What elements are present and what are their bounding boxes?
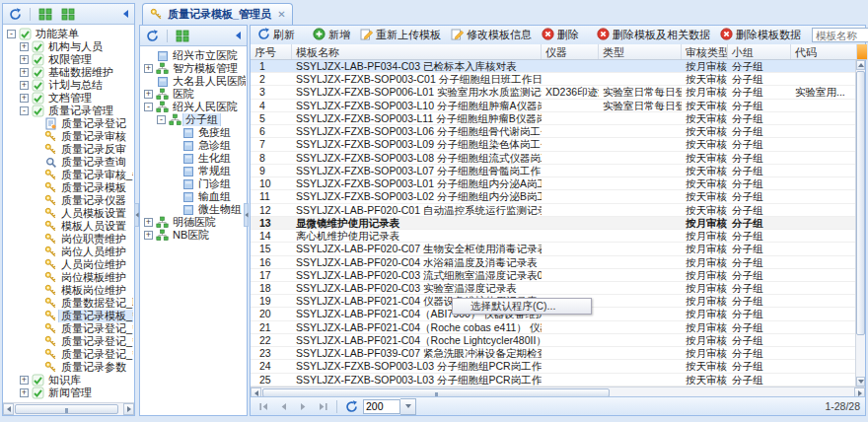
- grid-view-icon[interactable]: [173, 29, 192, 43]
- page-size-input[interactable]: [363, 399, 400, 414]
- table-row[interactable]: 16SSYLJZX-LAB-PF020-C04 水浴箱温度及消毒记录表按月审核分…: [251, 256, 857, 269]
- tree-item-知识库[interactable]: +知识库: [4, 374, 133, 387]
- tree-item-智方模板管理[interactable]: +智方模板管理: [141, 62, 246, 75]
- expand-toggle-icon[interactable]: +: [20, 94, 29, 103]
- collapse-toggle-icon[interactable]: -: [144, 103, 153, 111]
- table-row[interactable]: 25SSYLJZX-FZXB-SOP003-L03 分子细胞组PCR岗工作日志（…: [251, 374, 857, 387]
- scroll-up-icon[interactable]: [856, 60, 865, 70]
- tree-item-新闻管理[interactable]: +新闻管理: [4, 387, 133, 399]
- delete-template-data-button[interactable]: 删除模板数据: [717, 27, 804, 43]
- tree-item-人员岗位维护[interactable]: 人员岗位维护: [4, 258, 133, 271]
- tree-item-质量记录参数[interactable]: 质量记录参数: [4, 361, 133, 374]
- combo-dropdown-icon[interactable]: [400, 398, 416, 415]
- tree-item-输血组[interactable]: 输血组: [141, 190, 246, 203]
- tree-item-免疫组[interactable]: 免疫组: [141, 126, 246, 139]
- tree-item-医院[interactable]: +医院: [141, 88, 246, 101]
- refresh-icon[interactable]: [143, 29, 162, 43]
- table-row[interactable]: 9SSYLJZX-FZXB-SOP003-L07 分子细胞组骨髓岗工作日志按天审…: [251, 165, 857, 177]
- tree-item-分子组[interactable]: -分子组: [141, 113, 246, 126]
- column-header-序号[interactable]: 序号: [251, 44, 292, 59]
- column-header-代码[interactable]: 代码: [791, 44, 857, 59]
- grid-view-icon[interactable]: [58, 7, 78, 22]
- scroll-thumb[interactable]: [856, 71, 865, 335]
- refresh-icon[interactable]: [6, 7, 25, 22]
- table-row[interactable]: 21SSYLJZX-LAB-PF021-C04（Roche cobas e411…: [251, 321, 857, 334]
- tree-item-岗位职责维护[interactable]: 岗位职责维护: [4, 233, 133, 246]
- tree-item-生化组[interactable]: 生化组: [141, 152, 246, 165]
- column-header-类型[interactable]: 类型: [599, 44, 682, 59]
- last-page-icon[interactable]: [315, 399, 330, 413]
- grid-vscrollbar[interactable]: [855, 60, 865, 387]
- table-row[interactable]: 13显微镜维护使用记录表按月审核分子组: [251, 217, 857, 230]
- column-header-模板名称[interactable]: 模板名称: [292, 44, 542, 59]
- tree-item-绍兴市立医院[interactable]: 绍兴市立医院: [141, 49, 246, 62]
- tree-item-质量记录登记[interactable]: 质量记录登记: [4, 117, 133, 130]
- expand-toggle-icon[interactable]: +: [144, 231, 153, 240]
- expand-toggle-icon[interactable]: +: [144, 64, 153, 73]
- table-row[interactable]: 15SSYLJZX-LAB-PF020-C07 生物安全柜使用消毒记录表按月审核…: [251, 243, 857, 255]
- tree-item-质量记录模板_管理员[interactable]: 质量记录模板_管理员: [4, 310, 133, 322]
- refresh-icon[interactable]: [343, 399, 359, 413]
- table-row[interactable]: 3SSYLJZX-FZXB-SOP006-L01 实验室用水水质监测记录XD23…: [251, 86, 857, 99]
- column-header-小组[interactable]: 小组: [728, 44, 791, 59]
- table-row[interactable]: 14离心机维护使用记录表按月审核分子组: [251, 230, 857, 243]
- scroll-right-icon[interactable]: [123, 403, 134, 415]
- tree-item-基础数据维护[interactable]: +基础数据维护: [4, 66, 133, 79]
- first-page-icon[interactable]: [255, 399, 271, 413]
- tree-item-质量记录登记_管理员_职[interactable]: 质量记录登记_管理员_职: [4, 335, 133, 348]
- table-row[interactable]: 2SSYLJZX-FZXB-SOP003-C01 分子细胞组日班工作日志按天审核…: [251, 73, 857, 86]
- table-row[interactable]: 23SSYLJZX-LAB-PF039-C07 紧急洗眼冲淋设备定期检查记录表按…: [251, 347, 857, 360]
- tree-item-门诊组[interactable]: 门诊组: [141, 177, 246, 190]
- expand-toggle-icon[interactable]: +: [20, 376, 29, 385]
- menu-hscrollbar[interactable]: [3, 402, 134, 415]
- tree-item-常规组[interactable]: 常规组: [141, 165, 246, 177]
- tree-item-文档管理[interactable]: +文档管理: [4, 92, 133, 105]
- scroll-left-icon[interactable]: [3, 403, 14, 415]
- expand-toggle-icon[interactable]: +: [20, 388, 29, 397]
- table-row[interactable]: 10SSYLJZX-FZXB-SOP003-L01 分子细胞组内分泌A岗工作日志…: [251, 177, 857, 190]
- tree-item-质量记录模板[interactable]: 质量记录模板: [4, 181, 133, 194]
- tree-item-质量记录仪器[interactable]: 质量记录仪器: [4, 194, 133, 207]
- refresh-button[interactable]: 刷新: [254, 27, 298, 43]
- splitter-collapse-handle[interactable]: [134, 203, 139, 227]
- table-row[interactable]: 8SSYLJZX-FZXB-SOP003-L08 分子细胞组流式仪器岗工作日志按…: [251, 152, 857, 165]
- tree-item-质量记录查询[interactable]: 质量记录查询: [4, 156, 133, 169]
- table-row[interactable]: 18SSYLJZX-LAB-PF020-C03 实验室温湿度记录表按月审核分子组: [251, 282, 857, 295]
- expand-toggle-icon[interactable]: +: [20, 55, 29, 64]
- table-row[interactable]: 12SSYLJZX-LAB-PF020-C01 自动温控系统运行监测记录表按天审…: [251, 204, 857, 217]
- reupload-template-button[interactable]: 重新上传模板: [357, 27, 444, 43]
- grid-view-icon[interactable]: [36, 7, 55, 22]
- table-row[interactable]: 7SSYLJZX-FZXB-SOP003-L09 分子细胞组染色体岗工作日志按天…: [251, 138, 857, 151]
- next-page-icon[interactable]: [295, 399, 311, 413]
- context-menu-item[interactable]: 选择默认程序(C)...: [452, 298, 592, 315]
- splitter-collapse-handle[interactable]: [244, 203, 249, 227]
- tree-item-绍兴人民医院[interactable]: -绍兴人民医院: [141, 101, 246, 113]
- table-row[interactable]: 6SSYLJZX-FZXB-SOP003-L06 分子细胞组骨代谢岗工作日志按天…: [251, 125, 857, 138]
- delete-button[interactable]: 删除: [539, 27, 582, 43]
- tree-item-功能菜单[interactable]: -功能菜单: [4, 28, 133, 40]
- tab-quality-record-template-admin[interactable]: 质量记录模板_管理员 ✕: [142, 3, 293, 25]
- table-row[interactable]: 4SSYLJZX-FZXB-SOP003-L10 分子细胞组肿瘤A仪器岗日志实验…: [251, 100, 857, 112]
- tree-item-岗位模板维护[interactable]: 岗位模板维护: [4, 271, 133, 284]
- tree-item-质量数据登记_职责[interactable]: 质量数据登记_职责: [4, 297, 133, 310]
- add-button[interactable]: 新增: [310, 27, 353, 43]
- scroll-down-icon[interactable]: [856, 377, 865, 387]
- tab-close-icon[interactable]: ✕: [277, 9, 285, 20]
- tree-item-质量记录审核_每天[interactable]: 质量记录审核_每天: [4, 169, 133, 181]
- tree-item-人员模板设置[interactable]: 人员模板设置: [4, 207, 133, 220]
- tree-item-质量记录审核[interactable]: 质量记录审核: [4, 130, 133, 143]
- tree-item-模板岗位维护[interactable]: 模板岗位维护: [4, 284, 133, 297]
- tree-item-NB医院[interactable]: +NB医院: [141, 229, 246, 242]
- table-row[interactable]: 17SSYLJZX-LAB-PF020-C03 流式细胞室温湿度记录表0000按…: [251, 269, 857, 282]
- tree-item-质量记录登记_管理员[interactable]: 质量记录登记_管理员: [4, 322, 133, 335]
- tree-item-质量记录反审[interactable]: 质量记录反审: [4, 143, 133, 156]
- table-row[interactable]: 22SSYLJZX-LAB-PF021-C04（Roche Lightcycle…: [251, 334, 857, 347]
- prev-page-icon[interactable]: [275, 399, 291, 413]
- column-header-仪器[interactable]: 仪器: [542, 44, 599, 59]
- expand-toggle-icon[interactable]: +: [20, 81, 29, 90]
- scroll-thumb[interactable]: [15, 404, 118, 414]
- collapse-panel-icon[interactable]: [120, 9, 131, 19]
- column-header-审核类型[interactable]: 审核类型: [682, 44, 728, 59]
- collapse-toggle-icon[interactable]: -: [157, 115, 166, 124]
- tree-item-计划与总结[interactable]: +计划与总结: [4, 79, 133, 92]
